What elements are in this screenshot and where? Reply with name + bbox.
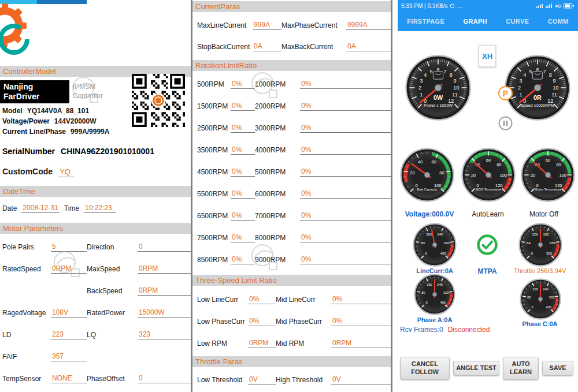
param-label: 5500RPM (197, 190, 231, 198)
phase-c-label: Phase C:0A (502, 320, 578, 327)
custom-code-value[interactable]: YQ (58, 167, 75, 177)
param-value[interactable]: 0RPM (51, 264, 87, 274)
param-value[interactable]: 0RPM (138, 286, 191, 296)
svg-text:80: 80 (421, 291, 425, 294)
param-label: 2000RPM (255, 102, 300, 110)
param-value[interactable]: 0% (300, 124, 391, 133)
param-value[interactable]: 0RPM (248, 339, 276, 348)
svg-text:2: 2 (518, 85, 521, 91)
tab-curve[interactable]: CURVE (505, 16, 530, 27)
connection-status-row: Rcv Frames:0 Disconnected (400, 326, 490, 334)
param-value[interactable]: 0% (300, 167, 391, 177)
svg-text:80: 80 (556, 162, 561, 167)
svg-text:60: 60 (432, 159, 436, 165)
svg-text:240: 240 (543, 288, 549, 291)
svg-text:3: 3 (519, 78, 522, 84)
save-button[interactable]: SAVE (542, 361, 573, 376)
param-value[interactable]: 0% (331, 295, 391, 304)
param-value[interactable]: 108V (51, 308, 87, 318)
param-value[interactable]: 0% (331, 317, 391, 326)
throttle-gauge: 064128192256320 (518, 223, 562, 267)
param-value[interactable]: 0% (300, 189, 391, 199)
network-badge: 4G (555, 3, 561, 9)
tab-graph[interactable]: GRAPH (462, 16, 488, 27)
time-value[interactable]: 10:22:23 (84, 204, 116, 213)
brand-line1: Nanjing (3, 82, 66, 92)
param-value[interactable]: 0% (231, 233, 255, 242)
param-value[interactable]: 0% (231, 145, 255, 155)
motor-temperature-gauge: 020406080100120Motor Temprature (521, 148, 575, 202)
param-value[interactable]: 0% (248, 317, 276, 326)
param-value[interactable]: 9999A (346, 21, 391, 30)
param-value[interactable]: 999A (253, 21, 281, 30)
param-value[interactable]: 0V (331, 375, 391, 384)
param-value[interactable]: NONE (51, 374, 87, 383)
motor-state-label: Motor Off (512, 210, 576, 218)
cancel-follow-button[interactable]: CANCEL FOLLOW (400, 357, 450, 380)
param-value[interactable]: 0 (138, 374, 191, 383)
svg-text:320: 320 (444, 241, 450, 245)
date-value[interactable]: 2008-12-31 (21, 204, 59, 213)
param-label: 3500RPM (197, 146, 231, 154)
param-label: LQ (87, 331, 138, 339)
param-value[interactable]: 0% (300, 145, 391, 155)
param-value[interactable]: 0 (138, 242, 191, 252)
param-value[interactable]: 0% (300, 80, 391, 89)
throttle-paras-rows: Low Threshold 0V High Threshold 0V (192, 371, 391, 389)
param-value[interactable]: 0% (300, 233, 391, 242)
param-value[interactable]: 0% (231, 255, 255, 264)
custom-code-row: CustomCodeYQ (2, 167, 75, 177)
tab-firstpage[interactable]: FIRSTPAGE (406, 16, 446, 27)
info-label: Current Line/Phase (2, 128, 66, 136)
parameter-row: 5500RPM 0% 6000RPM 0% (192, 183, 391, 205)
info-value: YQ144V0A_88_101 (27, 107, 89, 115)
param-label: MaxBackCurrent (281, 43, 346, 51)
svg-text:320: 320 (549, 296, 555, 299)
param-value[interactable]: 0A (346, 42, 391, 51)
param-value[interactable]: 0% (231, 102, 255, 111)
autolearn-check-icon (476, 233, 499, 256)
info-label: Model (2, 107, 23, 115)
param-label: Low RPM (197, 339, 248, 348)
param-value[interactable]: 0% (248, 295, 276, 304)
svg-text:64: 64 (527, 241, 531, 245)
param-value[interactable]: 0% (300, 102, 391, 111)
param-value[interactable]: 223 (51, 330, 87, 339)
svg-text:6: 6 (536, 67, 539, 73)
info-row: Current Line/Phase999A/9999A (2, 128, 190, 138)
svg-text:8: 8 (450, 72, 453, 78)
param-value[interactable]: 0% (231, 189, 255, 199)
param-value[interactable]: 15000W (138, 308, 191, 318)
param-label: Direction (87, 243, 138, 251)
svg-text:80: 80 (421, 241, 425, 245)
three-speed-rows: Low LineCurr 0% Mid LineCurr 0% Low Phas… (192, 289, 391, 354)
param-label: FAIF (2, 353, 51, 361)
param-value[interactable]: 0% (300, 211, 391, 221)
param-value[interactable]: 5 (51, 242, 87, 252)
auto-learn-button[interactable]: AUTO LEARN (503, 357, 539, 380)
param-value[interactable]: 0% (300, 255, 391, 264)
param-label: Low Threshold (197, 376, 248, 384)
param-value[interactable]: 357 (51, 352, 87, 361)
angle-test-button[interactable]: ANGLE TEST (453, 361, 499, 376)
param-value[interactable]: 0A (253, 42, 281, 51)
param-value[interactable]: 0RPM (138, 264, 191, 274)
brand-line2: FarDriver (3, 92, 66, 102)
svg-text:100: 100 (500, 173, 507, 178)
tab-comm[interactable]: COMM (547, 16, 570, 27)
connection-state-label: Disconnected (448, 326, 490, 334)
param-value[interactable]: 0RPM (331, 339, 391, 348)
param-value[interactable]: 0% (231, 167, 255, 177)
status-bar: 5:33 PM | 0.1KB/s … 4G (398, 0, 578, 12)
parameter-row: TempSensor NONE PhaseOffset 0 (0, 368, 191, 390)
param-value[interactable]: 0% (231, 124, 255, 133)
brand-box: Nanjing FarDriver (0, 80, 69, 103)
param-value[interactable]: 0% (231, 211, 255, 221)
svg-text:9: 9 (553, 78, 555, 84)
param-value[interactable]: 0% (231, 80, 255, 89)
svg-text:8: 8 (549, 72, 552, 78)
param-value[interactable]: 0V (248, 375, 276, 384)
param-value[interactable]: 323 (138, 330, 191, 339)
param-label: RatedPower (87, 309, 138, 317)
param-label: BackSpeed (87, 287, 138, 295)
